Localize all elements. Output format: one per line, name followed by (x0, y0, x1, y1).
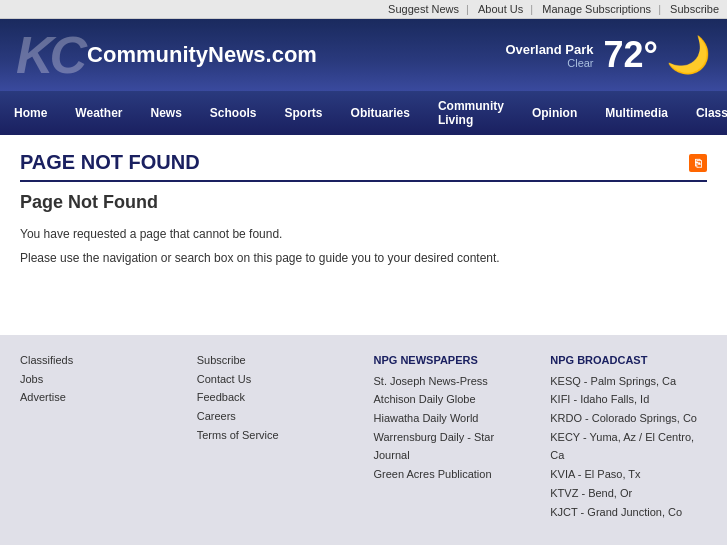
top-bar: Suggest News | About Us | Manage Subscri… (0, 0, 727, 19)
footer-col1-item-0[interactable]: Classifieds (20, 351, 177, 370)
footer-col3-item-4[interactable]: Green Acres Publication (374, 465, 531, 484)
nav-item-classifieds[interactable]: Classifieds (682, 98, 727, 128)
footer-col2-item-2[interactable]: Feedback (197, 388, 354, 407)
weather-icon: 🌙 (666, 34, 711, 76)
weather-info: Overland Park Clear (505, 42, 593, 69)
footer-col-4: NPG BROADCAST KESQ - Palm Springs, Ca KI… (550, 351, 707, 521)
footer-col-2: Subscribe Contact Us Feedback Careers Te… (197, 351, 354, 521)
footer-col4-item-4: KVIA - El Paso, Tx (550, 465, 707, 484)
page-not-found-title: Page Not Found (20, 192, 707, 213)
footer: Classifieds Jobs Advertise Subscribe Con… (0, 335, 727, 545)
nav-item-news[interactable]: News (136, 98, 195, 128)
main-content: PAGE NOT FOUND ⎘ Page Not Found You have… (0, 135, 727, 335)
footer-col3-item-1[interactable]: Atchison Daily Globe (374, 390, 531, 409)
suggest-news-link[interactable]: Suggest News (388, 3, 459, 15)
footer-col2-item-1[interactable]: Contact Us (197, 370, 354, 389)
footer-col2-item-0[interactable]: Subscribe (197, 351, 354, 370)
footer-col3-header: NPG NEWSPAPERS (374, 351, 531, 370)
footer-col3-item-0[interactable]: St. Joseph News-Press (374, 372, 531, 391)
nav-item-schools[interactable]: Schools (196, 98, 271, 128)
manage-subscriptions-link[interactable]: Manage Subscriptions (542, 3, 651, 15)
logo-kc: KC (16, 29, 83, 81)
footer-col4-item-6: KJCT - Grand Junction, Co (550, 503, 707, 522)
nav-item-multimedia[interactable]: Multimedia (591, 98, 682, 128)
header: KC CommunityNews.com Overland Park Clear… (0, 19, 727, 91)
nav-item-obituaries[interactable]: Obituaries (337, 98, 424, 128)
page-not-found-header: PAGE NOT FOUND ⎘ (20, 151, 707, 182)
body-text-2: Please use the navigation or search box … (20, 249, 707, 267)
logo-area: KC CommunityNews.com (16, 29, 317, 81)
page-not-found-body: You have requested a page that cannot be… (20, 225, 707, 267)
logo-text: CommunityNews.com (87, 42, 317, 68)
footer-columns: Classifieds Jobs Advertise Subscribe Con… (20, 351, 707, 521)
nav-bar: HomeWeatherNewsSchoolsSportsObituariesCo… (0, 91, 727, 135)
weather-temp: 72° (604, 34, 658, 76)
footer-col3-item-2[interactable]: Hiawatha Daily World (374, 409, 531, 428)
subscribe-link[interactable]: Subscribe (670, 3, 719, 15)
about-us-link[interactable]: About Us (478, 3, 523, 15)
page-not-found-heading: PAGE NOT FOUND (20, 151, 200, 174)
weather-city: Overland Park (505, 42, 593, 57)
nav-item-sports[interactable]: Sports (271, 98, 337, 128)
footer-col2-item-3[interactable]: Careers (197, 407, 354, 426)
footer-col1-item-1[interactable]: Jobs (20, 370, 177, 389)
footer-col-3: NPG NEWSPAPERS St. Joseph News-Press Atc… (374, 351, 531, 521)
body-text-1: You have requested a page that cannot be… (20, 225, 707, 243)
footer-col4-header: NPG BROADCAST (550, 351, 707, 370)
footer-col4-item-0: KESQ - Palm Springs, Ca (550, 372, 707, 391)
footer-col4-item-5: KTVZ - Bend, Or (550, 484, 707, 503)
weather-condition: Clear (505, 57, 593, 69)
nav-item-community-living[interactable]: Community Living (424, 91, 518, 135)
rss-icon[interactable]: ⎘ (689, 154, 707, 172)
footer-col-1: Classifieds Jobs Advertise (20, 351, 177, 521)
footer-col4-item-1: KIFI - Idaho Falls, Id (550, 390, 707, 409)
weather-area: Overland Park Clear 72° 🌙 (505, 34, 711, 76)
nav-item-home[interactable]: Home (0, 98, 61, 128)
footer-col4-item-3: KECY - Yuma, Az / El Centro, Ca (550, 428, 707, 465)
footer-col4-item-2: KRDO - Colorado Springs, Co (550, 409, 707, 428)
footer-col1-item-2[interactable]: Advertise (20, 388, 177, 407)
footer-col3-item-3[interactable]: Warrensburg Daily - Star Journal (374, 428, 531, 465)
footer-col2-item-4[interactable]: Terms of Service (197, 426, 354, 445)
nav-item-opinion[interactable]: Opinion (518, 98, 591, 128)
nav-item-weather[interactable]: Weather (61, 98, 136, 128)
